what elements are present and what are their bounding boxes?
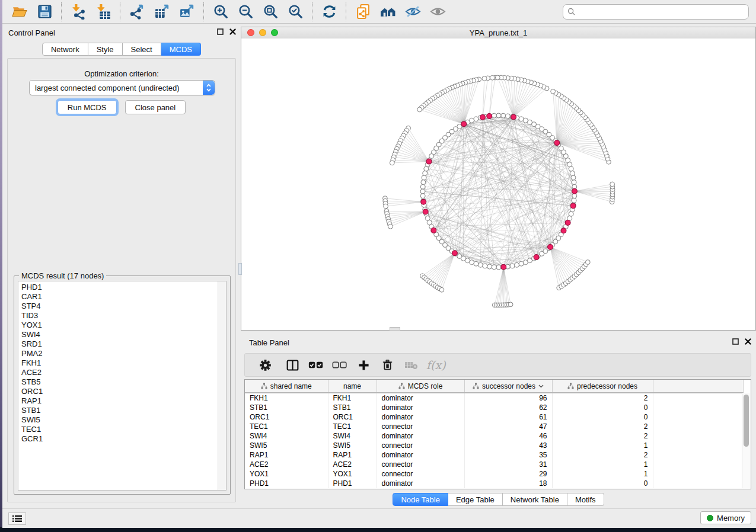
- table-row[interactable]: PHD1PHD1dominator180: [245, 479, 743, 488]
- close-panel-icon[interactable]: [229, 28, 236, 35]
- zoom-fit-button[interactable]: [258, 2, 283, 22]
- tab-mcds[interactable]: MCDS: [161, 43, 201, 56]
- table-cell-mcds-role: connector: [377, 469, 464, 479]
- column-header-successor-nodes[interactable]: successor nodes: [464, 380, 552, 393]
- memory-button[interactable]: Memory: [700, 511, 751, 524]
- export-image-icon: [179, 4, 195, 20]
- table-row[interactable]: RAP1RAP1dominator352: [245, 450, 743, 460]
- mcds-result-item[interactable]: TID3: [18, 311, 218, 321]
- table-cell-successor-nodes: 18: [464, 479, 552, 488]
- table-row[interactable]: SWI4SWI4dominator462: [245, 431, 743, 441]
- zoom-out-button[interactable]: [233, 2, 258, 22]
- mcds-list-scrollbar[interactable]: [218, 281, 226, 490]
- table-row[interactable]: ORC1ORC1dominator610: [245, 412, 743, 422]
- mcds-result-item[interactable]: ORC1: [18, 387, 218, 396]
- mcds-result-item[interactable]: ACE2: [18, 368, 218, 377]
- column-header-mcds-role[interactable]: MCDS role: [377, 380, 464, 393]
- panel-splitter-handle[interactable]: [390, 327, 400, 331]
- zoom-in-button[interactable]: [208, 2, 233, 22]
- table-scrollbar-thumb[interactable]: [744, 395, 749, 447]
- float-panel-icon[interactable]: [217, 28, 224, 35]
- table-cell-predecessor-nodes: 2: [552, 431, 653, 441]
- network-canvas[interactable]: [241, 39, 755, 330]
- mcds-result-item[interactable]: TEC1: [18, 425, 218, 434]
- table-row[interactable]: FKH1FKH1dominator962: [245, 393, 743, 403]
- mcds-result-item[interactable]: SWI4: [18, 330, 218, 339]
- run-mcds-button[interactable]: Run MCDS: [58, 100, 117, 114]
- panel-splitter-handle[interactable]: [238, 263, 242, 275]
- table-cell-predecessor-nodes: 2: [552, 422, 653, 431]
- column-header-predecessor-nodes[interactable]: predecessor nodes: [552, 380, 653, 393]
- table-cell-shared-name: STB1: [245, 403, 328, 412]
- clone-network-button[interactable]: [350, 2, 375, 22]
- table-cell-name: YOX1: [328, 469, 377, 479]
- tab-motifs[interactable]: Motifs: [567, 493, 604, 506]
- mcds-result-item[interactable]: PMA2: [18, 349, 218, 358]
- open-file-button[interactable]: [7, 2, 32, 22]
- table-row[interactable]: TEC1TEC1connector472: [245, 422, 743, 431]
- search-input[interactable]: [578, 7, 744, 17]
- create-column-button[interactable]: [352, 355, 375, 374]
- tab-style[interactable]: Style: [88, 43, 123, 56]
- table-settings-button[interactable]: [253, 355, 277, 374]
- zoom-selected-button[interactable]: [283, 2, 308, 22]
- import-table-button[interactable]: [91, 2, 116, 22]
- close-panel-button[interactable]: Close panel: [125, 100, 186, 114]
- float-panel-icon[interactable]: [732, 338, 739, 345]
- task-history-button[interactable]: [8, 512, 26, 525]
- mcds-result-item[interactable]: STB5: [18, 377, 218, 387]
- table-cell-shared-name: TEC1: [245, 422, 328, 431]
- table-cell-successor-nodes: 46: [464, 431, 552, 441]
- table-row[interactable]: YOX1YOX1connector291: [245, 469, 743, 479]
- column-header-name[interactable]: name: [328, 380, 377, 393]
- export-table-button[interactable]: [149, 2, 174, 22]
- table-row[interactable]: ACE2ACE2connector311: [245, 460, 743, 469]
- mcds-result-item[interactable]: YOX1: [18, 321, 218, 330]
- tab-select[interactable]: Select: [123, 43, 161, 56]
- export-image-button[interactable]: [174, 2, 199, 22]
- table-cell-filler: [653, 412, 743, 422]
- table-scrollbar[interactable]: [742, 393, 750, 488]
- table-header-row: shared name name: [245, 380, 743, 393]
- table-cell-name: PHD1: [328, 479, 377, 488]
- export-network-icon: [129, 4, 145, 20]
- first-neighbors-button[interactable]: [375, 2, 400, 22]
- mcds-result-item[interactable]: FKH1: [18, 358, 218, 368]
- delete-column-button[interactable]: [375, 355, 399, 374]
- tab-network[interactable]: Network: [42, 43, 88, 56]
- table-row[interactable]: STB1STB1dominator620: [245, 403, 743, 412]
- save-session-button[interactable]: [32, 2, 57, 22]
- table-panel-title: Table Panel: [249, 338, 289, 347]
- optimization-criterion-select[interactable]: largest connected component (undirected): [29, 80, 215, 95]
- table-cell-predecessor-nodes: 0: [552, 403, 653, 412]
- network-window-titlebar: YPA_prune.txt_1: [241, 27, 755, 39]
- deselect-all-rows-button[interactable]: [328, 355, 352, 374]
- mcds-result-item[interactable]: GCR1: [18, 434, 218, 444]
- mcds-result-item[interactable]: CAR1: [18, 292, 218, 302]
- column-header-shared-name[interactable]: shared name: [245, 380, 328, 393]
- select-all-rows-button[interactable]: [304, 355, 328, 374]
- mcds-result-item[interactable]: STB1: [18, 406, 218, 415]
- mcds-result-item[interactable]: STP4: [18, 302, 218, 311]
- tab-edge-table[interactable]: Edge Table: [448, 493, 503, 506]
- refresh-button[interactable]: [317, 2, 342, 22]
- table-cell-successor-nodes: 61: [464, 412, 552, 422]
- hide-selected-button[interactable]: [400, 2, 425, 22]
- table-cell-shared-name: SWI4: [245, 431, 328, 441]
- eye-icon: [430, 4, 446, 20]
- close-panel-icon[interactable]: [745, 338, 751, 345]
- import-network-button[interactable]: [66, 2, 91, 22]
- tab-network-table[interactable]: Network Table: [503, 493, 567, 506]
- export-network-button[interactable]: [125, 2, 149, 22]
- tab-node-table[interactable]: Node Table: [393, 493, 448, 506]
- table-cell-shared-name: YOX1: [245, 469, 328, 479]
- mcds-result-item[interactable]: RAP1: [18, 396, 218, 406]
- mcds-result-item[interactable]: SRD1: [18, 339, 218, 349]
- zoom-selected-icon: [288, 4, 304, 20]
- mcds-result-item[interactable]: PHD1: [18, 283, 218, 292]
- show-all-button[interactable]: [425, 2, 450, 22]
- table-row[interactable]: SWI5SWI5connector431: [245, 441, 743, 450]
- mcds-result-item[interactable]: SWI5: [18, 415, 218, 425]
- split-table-view-button[interactable]: [280, 355, 304, 374]
- mcds-result-list[interactable]: PHD1CAR1STP4TID3YOX1SWI4SRD1PMA2FKH1ACE2…: [18, 281, 227, 491]
